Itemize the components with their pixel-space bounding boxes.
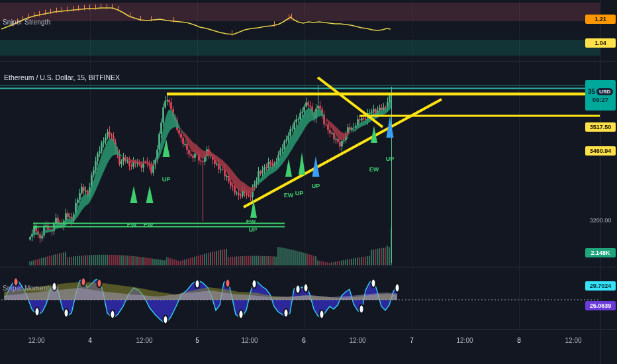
time-axis-label: 12:00	[343, 337, 372, 344]
signal-label-up: UP	[312, 183, 320, 189]
axis-badge: 2.148K	[585, 248, 616, 257]
time-axis-label: 6	[289, 337, 318, 344]
time-axis-label: 12:00	[450, 337, 479, 344]
time-axis-label: 7	[397, 337, 426, 344]
bar-countdown: 09:27	[593, 96, 608, 103]
time-axis-label: 5	[183, 337, 212, 344]
axis-price-label: 3200.00	[585, 217, 616, 224]
momentum-panel-title: Sniper Momentum	[3, 285, 59, 292]
signal-label-up: UP	[386, 156, 395, 162]
signal-label-ew: EW	[284, 192, 294, 199]
time-axis-label: 8	[504, 337, 534, 344]
signal-label-up: UP	[249, 226, 258, 233]
current-price-badge: 35 USD 09:27	[585, 80, 616, 111]
signal-label-ew: EW	[144, 222, 154, 228]
axis-badge: 1.04	[585, 38, 616, 48]
signal-label-ew: EW	[369, 166, 379, 173]
time-axis-label: 12:00	[22, 337, 51, 344]
time-axis-label: 12:00	[130, 337, 159, 344]
signal-label-up: UP	[162, 176, 171, 183]
time-axis-label: 12:00	[235, 337, 264, 344]
signal-label-ew: EW	[246, 218, 256, 225]
time-axis-label: 12:00	[559, 337, 588, 344]
axis-badge: 1.21	[585, 15, 616, 24]
signal-label-ew: EW	[127, 222, 137, 228]
usd-unit-button[interactable]: USD	[596, 88, 613, 95]
trading-chart-window: Sniper Strength Ethereum / U.S. Dollar, …	[0, 0, 617, 364]
axis-badge: 29.7024	[585, 281, 616, 291]
axis-badge: 3460.94	[585, 146, 616, 156]
time-axis-label: 4	[75, 337, 105, 344]
symbol-legend: Ethereum / U.S. Dollar, 15, BITFINEX	[4, 73, 120, 81]
axis-badge: 25.0639	[585, 301, 616, 310]
chart-canvas[interactable]	[0, 0, 617, 364]
signal-label-up: UP	[295, 190, 304, 197]
current-price-value: 35	[588, 88, 595, 95]
axis-badge: 3517.50	[585, 122, 616, 132]
strength-panel-title: Sniper Strength	[3, 19, 51, 26]
